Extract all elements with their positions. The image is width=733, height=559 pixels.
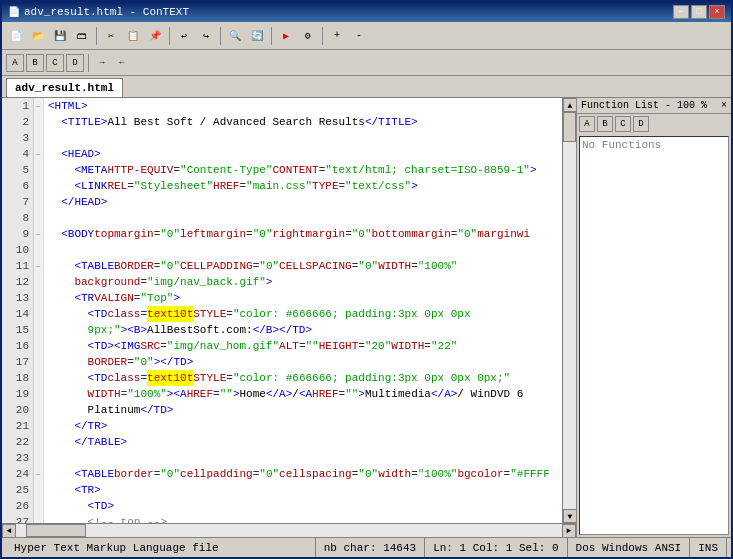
sep1 — [96, 27, 97, 45]
line-num-4: 4 — [2, 146, 33, 162]
copy-button[interactable]: 📋 — [123, 26, 143, 46]
code-line-20: Platinum</TD> — [48, 402, 558, 418]
code-line-24: <TABLE border="0" cellpadding="0" cellsp… — [48, 466, 558, 482]
line-num-15: 15 — [2, 322, 33, 338]
tb2-btn3[interactable]: C — [46, 54, 64, 72]
save-all-button[interactable]: 🗃 — [72, 26, 92, 46]
sep4 — [271, 27, 272, 45]
find-button[interactable]: 🔍 — [225, 26, 245, 46]
title-bar: 📄 adv_result.html - ConTEXT − □ × — [2, 2, 731, 22]
position-label: Ln: 1 Col: 1 Sel: 0 — [433, 542, 558, 554]
right-panel-header: Function List - 100 % × — [577, 98, 731, 114]
line-num-11: 11 — [2, 258, 33, 274]
zoom-out-button[interactable]: - — [349, 26, 369, 46]
fold-11[interactable]: − — [34, 258, 43, 274]
save-file-button[interactable]: 💾 — [50, 26, 70, 46]
code-line-9: <BODY topmargin="0" leftmargin="0" right… — [48, 226, 558, 242]
code-line-11: <TABLE BORDER="0" CELLPADDING="0" CELLSP… — [48, 258, 558, 274]
fold-1[interactable]: − — [34, 98, 43, 114]
status-bar: Hyper Text Markup Language file nb char:… — [2, 537, 731, 557]
right-panel-close-button[interactable]: × — [721, 100, 727, 111]
encoding-status: Dos Windows ANSI — [568, 538, 691, 557]
fold-8 — [34, 210, 43, 226]
zoom-in-button[interactable]: + — [327, 26, 347, 46]
title-bar-controls: − □ × — [673, 5, 725, 19]
cut-button[interactable]: ✂ — [101, 26, 121, 46]
line-num-1: 1 — [2, 98, 33, 114]
main-toolbar: 📄 📂 💾 🗃 ✂ 📋 📌 ↩ ↪ 🔍 🔄 ▶ ⚙ + - — [2, 22, 731, 50]
rp-btn4[interactable]: D — [633, 116, 649, 132]
tb2-btn1[interactable]: A — [6, 54, 24, 72]
open-file-button[interactable]: 📂 — [28, 26, 48, 46]
line-num-12: 12 — [2, 274, 33, 290]
line-num-24: 24 — [2, 466, 33, 482]
right-panel-title: Function List - 100 % — [581, 100, 707, 111]
line-num-25: 25 — [2, 482, 33, 498]
tab-adv-result[interactable]: adv_result.html — [6, 78, 123, 97]
filetype-status: Hyper Text Markup Language file — [6, 538, 316, 557]
undo-button[interactable]: ↩ — [174, 26, 194, 46]
fold-9[interactable]: − — [34, 226, 43, 242]
line-num-21: 21 — [2, 418, 33, 434]
tb2-btn2[interactable]: B — [26, 54, 44, 72]
filetype-label: Hyper Text Markup Language file — [14, 542, 219, 554]
maximize-button[interactable]: □ — [691, 5, 707, 19]
rp-btn1[interactable]: A — [579, 116, 595, 132]
hscroll-track[interactable] — [16, 524, 562, 537]
close-button[interactable]: × — [709, 5, 725, 19]
line-num-16: 16 — [2, 338, 33, 354]
line-num-6: 6 — [2, 178, 33, 194]
fold-4[interactable]: − — [34, 146, 43, 162]
redo-button[interactable]: ↪ — [196, 26, 216, 46]
run-button[interactable]: ▶ — [276, 26, 296, 46]
code-line-27: <!-- top --> — [48, 514, 558, 523]
fold-19 — [34, 386, 43, 402]
line-num-10: 10 — [2, 242, 33, 258]
vertical-scrollbar[interactable]: ▲ ▼ — [562, 98, 576, 523]
new-file-button[interactable]: 📄 — [6, 26, 26, 46]
fold-22 — [34, 434, 43, 450]
editor-area: 1 2 3 4 5 6 7 8 9 10 11 12 13 14 15 16 1 — [2, 98, 576, 537]
sep2 — [169, 27, 170, 45]
fold-2 — [34, 114, 43, 130]
fold-24[interactable]: − — [34, 466, 43, 482]
scroll-up-button[interactable]: ▲ — [563, 98, 576, 112]
code-line-4: <HEAD> — [48, 146, 558, 162]
sep3 — [220, 27, 221, 45]
scroll-left-button[interactable]: ◄ — [2, 524, 16, 538]
fold-3 — [34, 130, 43, 146]
code-line-21: </TR> — [48, 418, 558, 434]
fold-21 — [34, 418, 43, 434]
tb2-btn6[interactable]: ← — [113, 54, 131, 72]
paste-button[interactable]: 📌 — [145, 26, 165, 46]
hscroll-thumb[interactable] — [26, 524, 86, 537]
scroll-down-button[interactable]: ▼ — [563, 509, 576, 523]
code-line-18: <TD class=text10t STYLE="color: #666666;… — [48, 370, 558, 386]
mode-status: INS — [690, 538, 727, 557]
encoding-label: Dos Windows ANSI — [576, 542, 682, 554]
tab-bar: adv_result.html — [2, 76, 731, 98]
tb2-btn4[interactable]: D — [66, 54, 84, 72]
code-line-15: 9px;"><B>AllBestSoft.com:</B></TD> — [48, 322, 558, 338]
fold-16 — [34, 338, 43, 354]
scroll-right-button[interactable]: ► — [562, 524, 576, 538]
line-num-26: 26 — [2, 498, 33, 514]
rp-btn2[interactable]: B — [597, 116, 613, 132]
line-num-8: 8 — [2, 210, 33, 226]
tb2-btn5[interactable]: → — [93, 54, 111, 72]
minimize-button[interactable]: − — [673, 5, 689, 19]
line-numbers: 1 2 3 4 5 6 7 8 9 10 11 12 13 14 15 16 1 — [2, 98, 34, 523]
right-panel: Function List - 100 % × A B C D No Funct… — [576, 98, 731, 537]
second-toolbar: A B C D → ← — [2, 50, 731, 76]
code-editor-content[interactable]: <HTML> <TITLE>All Best Soft / Advanced S… — [44, 98, 562, 523]
horizontal-scrollbar[interactable]: ◄ ► — [2, 523, 576, 537]
replace-button[interactable]: 🔄 — [247, 26, 267, 46]
scroll-thumb[interactable] — [563, 112, 576, 142]
code-line-1: <HTML> — [48, 98, 558, 114]
fold-column: − − − − — [34, 98, 44, 523]
right-panel-content: No Functions — [579, 136, 729, 535]
rp-btn3[interactable]: C — [615, 116, 631, 132]
settings-button[interactable]: ⚙ — [298, 26, 318, 46]
scroll-track[interactable] — [563, 112, 576, 509]
chars-status: nb char: 14643 — [316, 538, 425, 557]
